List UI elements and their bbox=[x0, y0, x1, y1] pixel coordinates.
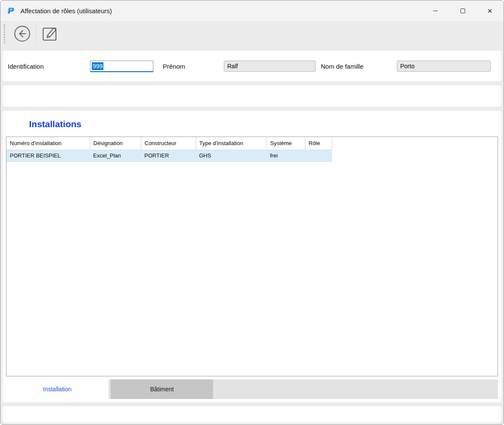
installations-grid: Numéro d'installation Désignation Constr… bbox=[6, 137, 498, 376]
first-name-label: Prénom bbox=[163, 63, 224, 70]
tab-installation[interactable]: Installation bbox=[6, 379, 108, 399]
cell-designation[interactable]: Excel_Plan bbox=[90, 150, 141, 161]
back-button[interactable] bbox=[11, 23, 33, 45]
content-area: Identification 999 Prénom Nom de famille… bbox=[0, 47, 504, 425]
toolbar bbox=[0, 21, 504, 47]
app-window: P P Affectation de rôles (utilisateurs) … bbox=[0, 0, 504, 425]
column-header-constructeur[interactable]: Constructeur bbox=[141, 137, 196, 150]
status-bar bbox=[3, 406, 501, 422]
identification-input[interactable]: 999 bbox=[90, 61, 153, 72]
window-controls: ✕ bbox=[422, 0, 504, 21]
cell-role[interactable] bbox=[305, 150, 332, 161]
column-header-numero[interactable]: Numéro d'installation bbox=[6, 137, 90, 150]
svg-text:P: P bbox=[8, 6, 13, 15]
back-arrow-icon bbox=[13, 25, 31, 43]
close-button[interactable]: ✕ bbox=[476, 0, 504, 21]
edit-pencil-icon bbox=[41, 25, 59, 43]
installations-title: Installations bbox=[29, 119, 501, 129]
tab-batiment[interactable]: Bâtiment bbox=[111, 379, 213, 399]
app-logo-icon: P P bbox=[6, 6, 17, 16]
toolbar-grip-handle[interactable] bbox=[4, 24, 5, 43]
toolbar-separator bbox=[36, 25, 36, 43]
titlebar: P P Affectation de rôles (utilisateurs) … bbox=[0, 0, 504, 21]
identification-value-selected: 999 bbox=[92, 62, 103, 70]
cell-constructeur[interactable]: PORTIER bbox=[141, 150, 196, 161]
bottom-tabstrip: Installation Bâtiment bbox=[6, 379, 498, 399]
table-header-row: Numéro d'installation Désignation Constr… bbox=[6, 137, 332, 150]
table-row[interactable]: PORTIER BEISPIEL Excel_Plan PORTIER GHS … bbox=[6, 150, 332, 161]
spacer-panel bbox=[3, 85, 501, 107]
column-header-type[interactable]: Type d'installation bbox=[196, 137, 267, 150]
maximize-button[interactable] bbox=[449, 0, 476, 21]
minimize-icon bbox=[433, 11, 438, 11]
window-title: Affectation de rôles (utilisateurs) bbox=[21, 7, 422, 15]
cell-type[interactable]: GHS bbox=[196, 150, 267, 161]
minimize-button[interactable] bbox=[422, 0, 449, 21]
last-name-label: Nom de famille bbox=[321, 63, 397, 70]
maximize-icon bbox=[460, 9, 465, 13]
column-header-systeme[interactable]: Système bbox=[267, 137, 305, 150]
identification-label: Identification bbox=[8, 63, 90, 70]
cell-systeme[interactable]: frei bbox=[267, 150, 305, 161]
close-icon: ✕ bbox=[487, 8, 493, 14]
installations-panel: Installations Numéro d'installation Dési… bbox=[3, 111, 501, 402]
cell-numero[interactable]: PORTIER BEISPIEL bbox=[6, 150, 90, 161]
user-identity-panel: Identification 999 Prénom Nom de famille bbox=[3, 51, 501, 82]
last-name-input[interactable] bbox=[397, 61, 491, 72]
edit-button[interactable] bbox=[39, 23, 61, 45]
first-name-input[interactable] bbox=[224, 61, 316, 72]
column-header-designation[interactable]: Désignation bbox=[90, 137, 141, 150]
column-header-role[interactable]: Rôle bbox=[305, 137, 332, 150]
installations-table: Numéro d'installation Désignation Constr… bbox=[6, 137, 332, 162]
